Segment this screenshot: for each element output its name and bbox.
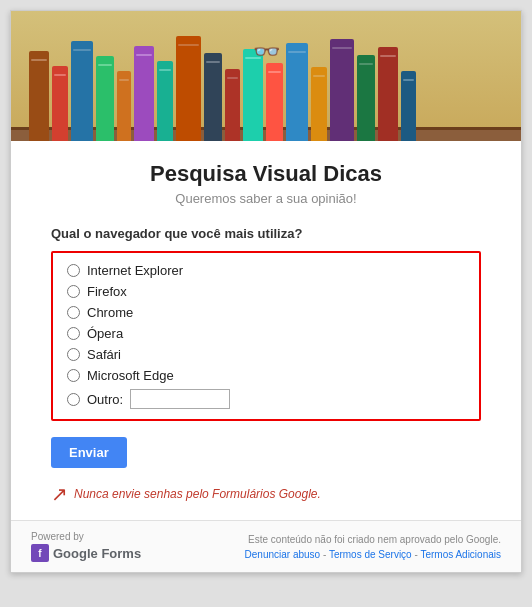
radio-firefox[interactable] (67, 285, 80, 298)
brand-name: Google Forms (53, 546, 141, 561)
book (357, 55, 375, 141)
google-forms-logo: f Google Forms (31, 544, 141, 562)
link-additional-terms[interactable]: Termos Adicionais (420, 549, 501, 560)
label-edge[interactable]: Microsoft Edge (87, 368, 174, 383)
label-safari[interactable]: Safári (87, 347, 121, 362)
option-outro: Outro: (67, 389, 465, 409)
label-chrome[interactable]: Chrome (87, 305, 133, 320)
book (311, 67, 327, 141)
book (117, 71, 131, 141)
radio-chrome[interactable] (67, 306, 80, 319)
footer-links: Denunciar abuso - Termos de Serviço - Te… (245, 547, 501, 562)
bookshelf: 👓 (11, 11, 521, 141)
page-subtitle: Queremos saber a sua opinião! (51, 191, 481, 206)
options-box: Internet Explorer Firefox Chrome Ópera S… (51, 251, 481, 421)
option-chrome: Chrome (67, 305, 465, 320)
book (29, 51, 49, 141)
link-terms[interactable]: Termos de Serviço (329, 549, 412, 560)
book (225, 69, 240, 141)
radio-safari[interactable] (67, 348, 80, 361)
powered-by-text: Powered by (31, 531, 141, 542)
banner: 👓 (11, 11, 521, 141)
option-ie: Internet Explorer (67, 263, 465, 278)
label-ie[interactable]: Internet Explorer (87, 263, 183, 278)
book (286, 43, 308, 141)
warning-text: Nunca envie senhas pelo Formulários Goog… (74, 487, 321, 501)
book (204, 53, 222, 141)
footer-right: Este conteúdo não foi criado nem aprovad… (245, 532, 501, 562)
option-firefox: Firefox (67, 284, 465, 299)
book (330, 39, 354, 141)
book (157, 61, 173, 141)
book (96, 56, 114, 141)
book (266, 63, 283, 141)
arrow-icon: ↗ (51, 484, 68, 504)
book (176, 36, 201, 141)
warning-row: ↗ Nunca envie senhas pelo Formulários Go… (51, 484, 481, 504)
question-label: Qual o navegador que você mais utiliza? (51, 226, 481, 241)
option-safari: Safári (67, 347, 465, 362)
footer: Powered by f Google Forms Este conteúdo … (11, 520, 521, 572)
radio-outro[interactable] (67, 393, 80, 406)
outro-input[interactable] (130, 389, 230, 409)
submit-button[interactable]: Enviar (51, 437, 127, 468)
option-edge: Microsoft Edge (67, 368, 465, 383)
page-title: Pesquisa Visual Dicas (51, 161, 481, 187)
forms-icon: f (31, 544, 49, 562)
option-opera: Ópera (67, 326, 465, 341)
radio-ie[interactable] (67, 264, 80, 277)
radio-opera[interactable] (67, 327, 80, 340)
book (52, 66, 68, 141)
label-opera[interactable]: Ópera (87, 326, 123, 341)
footer-left: Powered by f Google Forms (31, 531, 141, 562)
book (134, 46, 154, 141)
radio-edge[interactable] (67, 369, 80, 382)
glasses-decoration: 👓 (253, 39, 280, 65)
label-outro[interactable]: Outro: (87, 392, 123, 407)
book (401, 71, 416, 141)
book (71, 41, 93, 141)
page-container: 👓 Pesquisa Visual Dicas Queremos saber a… (10, 10, 522, 573)
link-report-abuse[interactable]: Denunciar abuso (245, 549, 321, 560)
book (378, 47, 398, 141)
label-firefox[interactable]: Firefox (87, 284, 127, 299)
main-content: Pesquisa Visual Dicas Queremos saber a s… (11, 141, 521, 520)
footer-disclaimer: Este conteúdo não foi criado nem aprovad… (245, 532, 501, 547)
